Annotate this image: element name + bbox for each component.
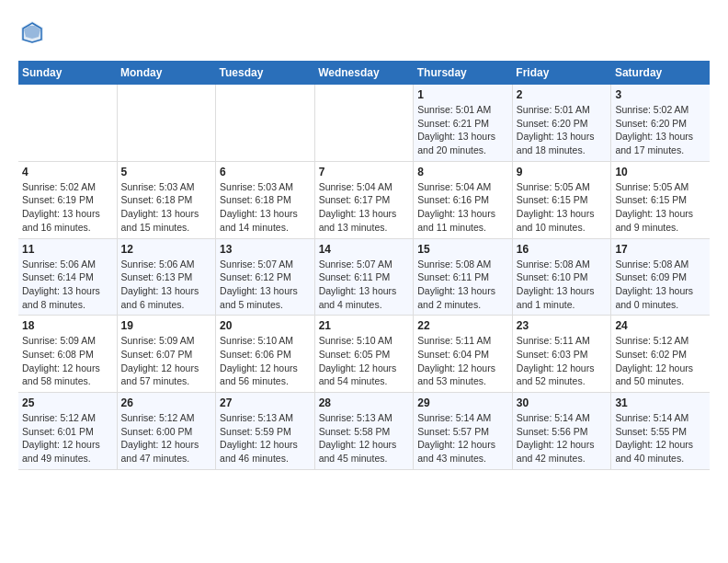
day-number: 17 xyxy=(615,243,706,256)
day-number: 14 xyxy=(319,243,410,256)
day-info: Sunrise: 5:04 AM Sunset: 6:17 PM Dayligh… xyxy=(319,180,410,235)
day-info: Sunrise: 5:05 AM Sunset: 6:15 PM Dayligh… xyxy=(517,180,608,235)
day-info: Sunrise: 5:08 AM Sunset: 6:09 PM Dayligh… xyxy=(615,258,706,312)
calendar-cell: 11Sunrise: 5:06 AM Sunset: 6:14 PM Dayli… xyxy=(18,238,117,316)
weekday-header: Wednesday xyxy=(314,61,414,85)
day-number: 18 xyxy=(22,319,113,332)
calendar-cell xyxy=(314,85,414,161)
calendar-cell: 1Sunrise: 5:01 AM Sunset: 6:21 PM Daylig… xyxy=(414,85,513,161)
day-info: Sunrise: 5:01 AM Sunset: 6:21 PM Dayligh… xyxy=(417,103,508,157)
day-number: 10 xyxy=(615,166,706,178)
day-info: Sunrise: 5:08 AM Sunset: 6:11 PM Dayligh… xyxy=(417,258,508,312)
day-info: Sunrise: 5:13 AM Sunset: 5:58 PM Dayligh… xyxy=(319,411,410,465)
calendar-cell: 28Sunrise: 5:13 AM Sunset: 5:58 PM Dayli… xyxy=(314,393,414,470)
day-number: 7 xyxy=(319,166,410,178)
calendar-header: SundayMondayTuesdayWednesdayThursdayFrid… xyxy=(18,61,710,85)
day-info: Sunrise: 5:07 AM Sunset: 6:12 PM Dayligh… xyxy=(220,258,311,312)
weekday-header: Tuesday xyxy=(216,61,315,85)
calendar-cell: 14Sunrise: 5:07 AM Sunset: 6:11 PM Dayli… xyxy=(314,238,414,316)
day-info: Sunrise: 5:07 AM Sunset: 6:11 PM Dayligh… xyxy=(319,258,410,312)
weekday-header: Monday xyxy=(117,61,216,85)
calendar-cell: 15Sunrise: 5:08 AM Sunset: 6:11 PM Dayli… xyxy=(414,238,513,316)
day-info: Sunrise: 5:09 AM Sunset: 6:08 PM Dayligh… xyxy=(22,334,113,388)
day-number: 28 xyxy=(319,396,410,409)
day-number: 25 xyxy=(22,396,113,409)
weekday-header: Sunday xyxy=(18,61,117,85)
day-info: Sunrise: 5:14 AM Sunset: 5:56 PM Dayligh… xyxy=(517,411,608,465)
day-info: Sunrise: 5:11 AM Sunset: 6:03 PM Dayligh… xyxy=(517,334,608,388)
day-info: Sunrise: 5:06 AM Sunset: 6:13 PM Dayligh… xyxy=(121,258,212,312)
day-info: Sunrise: 5:10 AM Sunset: 6:06 PM Dayligh… xyxy=(220,334,311,388)
day-info: Sunrise: 5:11 AM Sunset: 6:04 PM Dayligh… xyxy=(417,334,508,388)
calendar-cell: 29Sunrise: 5:14 AM Sunset: 5:57 PM Dayli… xyxy=(414,393,513,470)
day-number: 6 xyxy=(220,166,311,178)
calendar-cell xyxy=(216,85,315,161)
day-number: 5 xyxy=(121,166,212,178)
calendar-cell: 9Sunrise: 5:05 AM Sunset: 6:15 PM Daylig… xyxy=(512,161,611,238)
calendar-week-row: 18Sunrise: 5:09 AM Sunset: 6:08 PM Dayli… xyxy=(18,316,710,393)
day-number: 21 xyxy=(319,319,410,332)
day-number: 22 xyxy=(417,319,508,332)
calendar-cell: 24Sunrise: 5:12 AM Sunset: 6:02 PM Dayli… xyxy=(611,316,710,393)
weekday-header: Saturday xyxy=(611,61,710,85)
day-number: 29 xyxy=(417,396,508,409)
day-info: Sunrise: 5:03 AM Sunset: 6:18 PM Dayligh… xyxy=(121,180,212,235)
calendar-cell: 27Sunrise: 5:13 AM Sunset: 5:59 PM Dayli… xyxy=(216,393,315,470)
day-info: Sunrise: 5:14 AM Sunset: 5:57 PM Dayligh… xyxy=(417,411,508,465)
day-info: Sunrise: 5:06 AM Sunset: 6:14 PM Dayligh… xyxy=(22,258,113,312)
day-info: Sunrise: 5:12 AM Sunset: 6:00 PM Dayligh… xyxy=(121,411,212,465)
calendar-cell xyxy=(18,85,117,161)
day-number: 23 xyxy=(517,319,608,332)
calendar-cell: 31Sunrise: 5:14 AM Sunset: 5:55 PM Dayli… xyxy=(611,393,710,470)
calendar-cell: 26Sunrise: 5:12 AM Sunset: 6:00 PM Dayli… xyxy=(117,393,216,470)
calendar-cell: 22Sunrise: 5:11 AM Sunset: 6:04 PM Dayli… xyxy=(414,316,513,393)
day-info: Sunrise: 5:08 AM Sunset: 6:10 PM Dayligh… xyxy=(517,258,608,312)
calendar-cell: 21Sunrise: 5:10 AM Sunset: 6:05 PM Dayli… xyxy=(314,316,414,393)
day-info: Sunrise: 5:05 AM Sunset: 6:15 PM Dayligh… xyxy=(615,180,706,235)
calendar-cell: 25Sunrise: 5:12 AM Sunset: 6:01 PM Dayli… xyxy=(18,393,117,470)
calendar-week-row: 1Sunrise: 5:01 AM Sunset: 6:21 PM Daylig… xyxy=(18,85,710,161)
calendar-cell: 10Sunrise: 5:05 AM Sunset: 6:15 PM Dayli… xyxy=(611,161,710,238)
day-number: 19 xyxy=(121,319,212,332)
day-number: 12 xyxy=(121,243,212,256)
calendar-week-row: 11Sunrise: 5:06 AM Sunset: 6:14 PM Dayli… xyxy=(18,238,710,316)
calendar-cell xyxy=(117,85,216,161)
day-number: 9 xyxy=(517,166,608,178)
weekday-row: SundayMondayTuesdayWednesdayThursdayFrid… xyxy=(18,61,710,85)
day-number: 26 xyxy=(121,396,212,409)
day-number: 16 xyxy=(517,243,608,256)
day-info: Sunrise: 5:14 AM Sunset: 5:55 PM Dayligh… xyxy=(615,411,706,465)
day-number: 15 xyxy=(417,243,508,256)
day-number: 2 xyxy=(517,88,608,101)
day-number: 24 xyxy=(615,319,706,332)
day-number: 30 xyxy=(517,396,608,409)
day-number: 3 xyxy=(615,88,706,101)
calendar-cell: 2Sunrise: 5:01 AM Sunset: 6:20 PM Daylig… xyxy=(512,85,611,161)
day-number: 11 xyxy=(22,243,113,256)
weekday-header: Thursday xyxy=(414,61,513,85)
calendar-cell: 18Sunrise: 5:09 AM Sunset: 6:08 PM Dayli… xyxy=(18,316,117,393)
calendar-table: SundayMondayTuesdayWednesdayThursdayFrid… xyxy=(18,61,710,470)
day-number: 1 xyxy=(417,88,508,101)
calendar-cell: 4Sunrise: 5:02 AM Sunset: 6:19 PM Daylig… xyxy=(18,161,117,238)
day-info: Sunrise: 5:04 AM Sunset: 6:16 PM Dayligh… xyxy=(417,180,508,235)
day-info: Sunrise: 5:12 AM Sunset: 6:02 PM Dayligh… xyxy=(615,334,706,388)
calendar-cell: 20Sunrise: 5:10 AM Sunset: 6:06 PM Dayli… xyxy=(216,316,315,393)
logo-icon xyxy=(18,18,46,46)
header xyxy=(18,18,710,46)
calendar-cell: 8Sunrise: 5:04 AM Sunset: 6:16 PM Daylig… xyxy=(414,161,513,238)
calendar-cell: 13Sunrise: 5:07 AM Sunset: 6:12 PM Dayli… xyxy=(216,238,315,316)
calendar-body: 1Sunrise: 5:01 AM Sunset: 6:21 PM Daylig… xyxy=(18,85,710,469)
calendar-cell: 5Sunrise: 5:03 AM Sunset: 6:18 PM Daylig… xyxy=(117,161,216,238)
day-info: Sunrise: 5:09 AM Sunset: 6:07 PM Dayligh… xyxy=(121,334,212,388)
calendar-cell: 19Sunrise: 5:09 AM Sunset: 6:07 PM Dayli… xyxy=(117,316,216,393)
day-info: Sunrise: 5:02 AM Sunset: 6:19 PM Dayligh… xyxy=(22,180,113,235)
weekday-header: Friday xyxy=(512,61,611,85)
calendar-week-row: 4Sunrise: 5:02 AM Sunset: 6:19 PM Daylig… xyxy=(18,161,710,238)
calendar-cell: 30Sunrise: 5:14 AM Sunset: 5:56 PM Dayli… xyxy=(512,393,611,470)
calendar-cell: 12Sunrise: 5:06 AM Sunset: 6:13 PM Dayli… xyxy=(117,238,216,316)
day-info: Sunrise: 5:10 AM Sunset: 6:05 PM Dayligh… xyxy=(319,334,410,388)
day-number: 4 xyxy=(22,166,113,178)
day-info: Sunrise: 5:12 AM Sunset: 6:01 PM Dayligh… xyxy=(22,411,113,465)
day-number: 13 xyxy=(220,243,311,256)
